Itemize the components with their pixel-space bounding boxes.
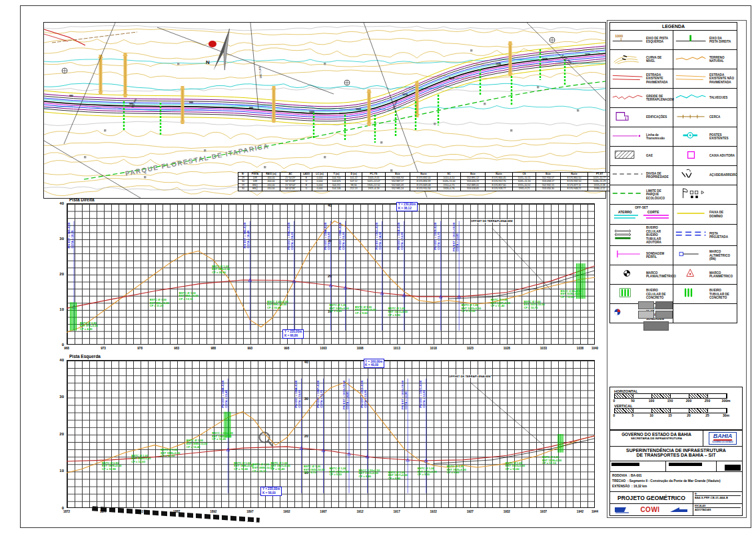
scale-segment	[615, 394, 633, 398]
legend-label: ESTRADA EXISTENTE NÃO PAVIMENTADA	[709, 73, 734, 84]
table-cell: 1926+0,76	[438, 187, 461, 191]
station-tick-label: 1038	[573, 347, 587, 350]
culvert-label: BDTC Ø 1,00 EST 1013+4,00 CF = 8,90	[388, 307, 408, 317]
table-cell: ESQ	[248, 187, 262, 191]
station-tick-label: 1932	[500, 510, 514, 513]
vegetation-marker	[390, 169, 392, 171]
table-cell: 30	[238, 187, 248, 191]
station-tick-label: 1887	[169, 510, 184, 513]
table-cell: 1921+6,18	[362, 187, 386, 191]
legend-entry: TALVEGUES	[673, 89, 737, 107]
legend-entry: FAIXA DE DOMÍNIO	[673, 205, 737, 224]
svg-text:CORTE: CORTE	[647, 210, 659, 214]
culvert-label: BSCC 2,50x2,50 EST 1913+0,00 CF = 8,80	[359, 469, 380, 479]
scale-segment	[615, 409, 633, 413]
plan-station-label: 1025	[542, 58, 548, 61]
legend-row: GREIDE DE TERRAPLENAGEMTALVEGUES	[610, 89, 737, 108]
legend-row: SONDAGEM PERFILMARCO ALTIMÉTRICO (RN)	[610, 246, 737, 265]
vertical-curve-label: Y = 160,00m K = 40,00	[364, 359, 384, 368]
profile-title: Pista Esquerda	[69, 354, 101, 359]
scale-tick-label: 100	[649, 399, 654, 403]
vegetation-marker	[324, 63, 326, 65]
cerca-icon	[675, 109, 708, 123]
legend-label: PISTA PROJETADA	[709, 232, 735, 239]
offset-terraplenagem-label: OFFSET DE TERRAPLENAGEM	[471, 219, 513, 223]
y-axis-tick-label: 20	[55, 272, 64, 276]
legend-label: ESTRADA EXISTENTE PAVIMENTADA	[646, 73, 668, 84]
legend-entry: 1000EIXO DE PISTA ESQUERDA	[610, 31, 673, 49]
plan-station-label: 1015	[449, 77, 454, 80]
station-tick-label: 968	[59, 347, 74, 350]
legend-row: EDIFICAÇÕESCERCA	[610, 108, 737, 127]
piv-label: PIV EST = 1894+0,00 COTA = 15,40	[222, 381, 228, 408]
legend-label: GAE	[646, 154, 653, 157]
piv-label: PIV EST = 1918+10,00 COTA = 12,90	[402, 381, 408, 409]
contour-line	[44, 48, 605, 59]
piv-label: PIV EST = 1004+0,00 COTA = 16,80	[324, 223, 331, 250]
legend-label: CAIXA ADUTORA	[709, 154, 735, 157]
contour-line	[44, 143, 605, 149]
existing-road	[44, 29, 85, 45]
legend-label: BUEIRO CELULAR BUEIRO TUBULAR ADUTORA	[646, 226, 671, 244]
road-alignment-line	[44, 61, 605, 121]
sit-logo	[614, 506, 631, 513]
y-axis-tick-label: 40	[55, 201, 64, 205]
legend-label: SONDAGEM PERFIL	[646, 252, 664, 259]
partner-logo	[669, 506, 689, 514]
legend-label: TALVEGUES	[709, 96, 727, 99]
scale-segment	[689, 409, 708, 413]
fence-line	[52, 32, 137, 43]
y-axis-tick-label: 0	[55, 506, 64, 510]
y-axis-tick-label: 10	[55, 469, 64, 473]
scale-segment	[652, 394, 671, 398]
legend-entry: MARCO PLANIALTIMÉTRICO	[610, 265, 673, 284]
station-tick-label: 1907	[316, 510, 330, 513]
scale-segment	[671, 394, 689, 398]
bueiro-cel-conc-icon	[611, 286, 645, 299]
vegetation-marker	[470, 49, 472, 51]
legend-label: EDIFICAÇÕES	[646, 115, 667, 119]
terreno-natural-icon	[675, 51, 708, 65]
faixa-dominio-icon	[675, 207, 708, 220]
curva-nivel-icon	[611, 51, 645, 65]
legend-label: Linha de Transmissão	[646, 133, 671, 141]
legend-entry: MARCO ALTIMÉTRICO (RN)	[673, 246, 737, 265]
estrada-npav-icon	[675, 71, 708, 84]
legend-label: FAIXA DE DOMÍNIO	[709, 211, 723, 218]
scale-tick-label: 50	[631, 399, 635, 403]
scale-tick-label: 30m	[723, 413, 729, 417]
table-cell: 34°02'46"	[280, 187, 301, 191]
scale-tick-label: 0	[613, 399, 615, 403]
gae-icon	[611, 148, 645, 161]
legend-label: BUEIRO TUBULAR DE CONCRETO	[709, 289, 735, 299]
cowi-logo: COWI	[640, 506, 659, 513]
legend-label: MARCO PLANIALTIMÉTRICO	[646, 271, 676, 279]
legend-label: CURVA DE NÍVEL	[646, 56, 661, 63]
title-block: GOVERNO DO ESTADO DA BAHIA SECRETARIA DE…	[609, 430, 743, 516]
legend-label: EIXO DE PISTA ESQUERDA	[646, 37, 668, 44]
rodovia-value: : BA-001	[629, 474, 641, 477]
legend-row: BUEIRO CELULAR BUEIRO TUBULAR ADUTORAPIS…	[610, 225, 737, 246]
station-tick-label: 1927	[463, 510, 478, 513]
station-tick-label: 1003	[316, 347, 330, 350]
station-tick-label: 1018	[426, 347, 441, 350]
sondagem-icon	[611, 247, 645, 261]
vegetation-marker	[144, 176, 146, 178]
scale-tick-label: 150	[667, 399, 673, 403]
culvert-label: BSTC Ø 1,00 EST 989+0,00 CF = 20,60	[212, 265, 230, 275]
legend-entry: LIMITE DE PARQUE ECOLÓGICO	[610, 185, 673, 204]
horizontal-scale-bar	[614, 393, 727, 399]
table-cell: 553.018,65	[461, 187, 486, 191]
culvert-label: BSTC Ø 1,00 EST 1027+6,00 CF = 11,40	[491, 299, 510, 308]
station-tick-label: 1872	[59, 510, 74, 513]
culvert-label: BSTC Ø 1,00 EST 1917+0,00 CF = 8,40	[388, 471, 408, 481]
culvert-label: BSTC Ø 1,00 EST 1896+0,00 CF = 10,60	[234, 462, 253, 471]
extensao-label: EXTENSÃO	[612, 485, 629, 488]
vegetation-marker	[264, 166, 266, 168]
road-alignment-line	[44, 48, 605, 109]
coordinate-grid-line	[250, 23, 258, 109]
culvert-label: BSTC Ø 1,00 EST 1921+0,00 CF = 9,30	[418, 467, 437, 477]
none-icon	[675, 305, 708, 319]
plan-station-label: 1000	[309, 111, 314, 113]
station-tick-label: 988	[206, 347, 220, 350]
